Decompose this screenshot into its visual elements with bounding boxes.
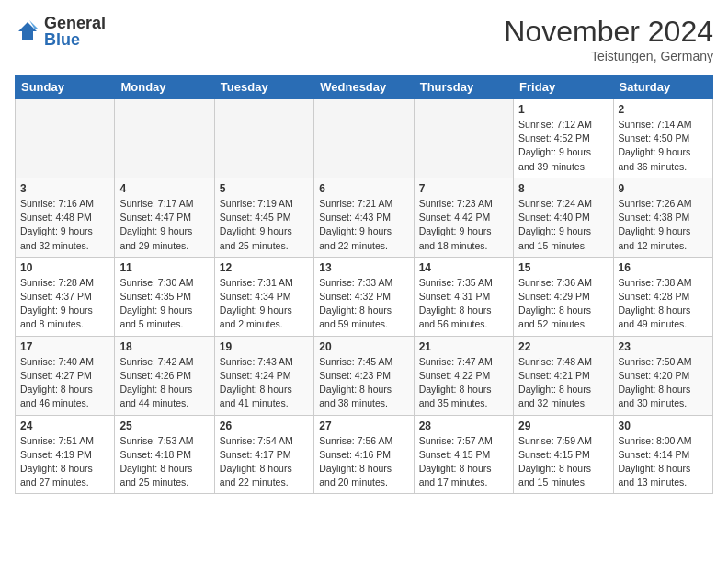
calendar-cell: 26Sunrise: 7:54 AM Sunset: 4:17 PM Dayli…: [214, 415, 313, 494]
day-info: Sunrise: 7:23 AM Sunset: 4:42 PM Dayligh…: [419, 197, 508, 253]
day-info: Sunrise: 7:14 AM Sunset: 4:50 PM Dayligh…: [619, 118, 708, 174]
day-info: Sunrise: 7:43 AM Sunset: 4:24 PM Dayligh…: [220, 355, 309, 411]
calendar-cell: 27Sunrise: 7:56 AM Sunset: 4:16 PM Dayli…: [314, 415, 414, 494]
day-number: 30: [619, 419, 708, 432]
day-info: Sunrise: 7:30 AM Sunset: 4:35 PM Dayligh…: [119, 276, 209, 332]
day-info: Sunrise: 7:54 AM Sunset: 4:17 PM Dayligh…: [220, 434, 309, 490]
week-row-3: 10Sunrise: 7:28 AM Sunset: 4:37 PM Dayli…: [16, 257, 713, 336]
day-number: 29: [518, 419, 608, 432]
day-info: Sunrise: 7:31 AM Sunset: 4:34 PM Dayligh…: [220, 276, 309, 332]
week-row-5: 24Sunrise: 7:51 AM Sunset: 4:19 PM Dayli…: [16, 415, 713, 494]
calendar-cell: [414, 99, 513, 178]
logo: General Blue: [15, 15, 106, 48]
header-row: SundayMondayTuesdayWednesdayThursdayFrid…: [16, 75, 713, 99]
day-info: Sunrise: 7:53 AM Sunset: 4:18 PM Dayligh…: [119, 434, 209, 490]
location: Teistungen, Germany: [504, 49, 713, 63]
calendar-cell: 2Sunrise: 7:14 AM Sunset: 4:50 PM Daylig…: [613, 99, 712, 178]
calendar-cell: [16, 99, 115, 178]
day-number: 17: [20, 340, 109, 353]
calendar-cell: 19Sunrise: 7:43 AM Sunset: 4:24 PM Dayli…: [214, 336, 313, 415]
day-info: Sunrise: 7:47 AM Sunset: 4:22 PM Dayligh…: [419, 355, 508, 411]
day-number: 26: [220, 419, 309, 432]
day-number: 25: [119, 419, 209, 432]
day-info: Sunrise: 7:16 AM Sunset: 4:48 PM Dayligh…: [20, 197, 109, 253]
day-number: 5: [220, 182, 309, 195]
day-info: Sunrise: 7:56 AM Sunset: 4:16 PM Dayligh…: [319, 434, 408, 490]
day-info: Sunrise: 7:21 AM Sunset: 4:43 PM Dayligh…: [319, 197, 408, 253]
day-number: 11: [119, 261, 209, 274]
day-number: 12: [220, 261, 309, 274]
week-row-4: 17Sunrise: 7:40 AM Sunset: 4:27 PM Dayli…: [16, 336, 713, 415]
column-header-tuesday: Tuesday: [214, 75, 313, 99]
calendar-cell: 6Sunrise: 7:21 AM Sunset: 4:43 PM Daylig…: [314, 178, 414, 257]
calendar-cell: 25Sunrise: 7:53 AM Sunset: 4:18 PM Dayli…: [115, 415, 214, 494]
day-number: 6: [319, 182, 408, 195]
day-number: 4: [119, 182, 209, 195]
title-area: November 2024 Teistungen, Germany: [504, 15, 713, 63]
day-info: Sunrise: 7:38 AM Sunset: 4:28 PM Dayligh…: [619, 276, 708, 332]
day-number: 8: [518, 182, 608, 195]
calendar-cell: 20Sunrise: 7:45 AM Sunset: 4:23 PM Dayli…: [314, 336, 414, 415]
calendar-cell: 1Sunrise: 7:12 AM Sunset: 4:52 PM Daylig…: [514, 99, 613, 178]
day-info: Sunrise: 7:24 AM Sunset: 4:40 PM Dayligh…: [518, 197, 608, 253]
day-info: Sunrise: 7:51 AM Sunset: 4:19 PM Dayligh…: [20, 434, 109, 490]
day-number: 16: [619, 261, 708, 274]
calendar-cell: 17Sunrise: 7:40 AM Sunset: 4:27 PM Dayli…: [16, 336, 115, 415]
day-number: 13: [319, 261, 408, 274]
calendar-table: SundayMondayTuesdayWednesdayThursdayFrid…: [15, 75, 713, 494]
logo-text: General Blue: [44, 15, 106, 48]
day-number: 22: [518, 340, 608, 353]
logo-icon: [15, 18, 40, 44]
calendar-cell: 4Sunrise: 7:17 AM Sunset: 4:47 PM Daylig…: [115, 178, 214, 257]
calendar-cell: 8Sunrise: 7:24 AM Sunset: 4:40 PM Daylig…: [514, 178, 613, 257]
column-header-thursday: Thursday: [414, 75, 513, 99]
day-info: Sunrise: 7:45 AM Sunset: 4:23 PM Dayligh…: [319, 355, 408, 411]
day-number: 9: [619, 182, 708, 195]
calendar-cell: 9Sunrise: 7:26 AM Sunset: 4:38 PM Daylig…: [613, 178, 712, 257]
calendar-cell: 14Sunrise: 7:35 AM Sunset: 4:31 PM Dayli…: [414, 257, 513, 336]
day-number: 15: [518, 261, 608, 274]
day-number: 20: [319, 340, 408, 353]
day-info: Sunrise: 7:19 AM Sunset: 4:45 PM Dayligh…: [220, 197, 309, 253]
calendar-cell: 15Sunrise: 7:36 AM Sunset: 4:29 PM Dayli…: [514, 257, 613, 336]
calendar-cell: 30Sunrise: 8:00 AM Sunset: 4:14 PM Dayli…: [613, 415, 712, 494]
column-header-saturday: Saturday: [613, 75, 712, 99]
day-number: 2: [619, 103, 708, 116]
column-header-monday: Monday: [115, 75, 214, 99]
calendar-cell: [115, 99, 214, 178]
week-row-2: 3Sunrise: 7:16 AM Sunset: 4:48 PM Daylig…: [16, 178, 713, 257]
column-header-friday: Friday: [514, 75, 613, 99]
day-number: 1: [518, 103, 608, 116]
calendar-cell: 10Sunrise: 7:28 AM Sunset: 4:37 PM Dayli…: [16, 257, 115, 336]
day-info: Sunrise: 7:35 AM Sunset: 4:31 PM Dayligh…: [419, 276, 508, 332]
day-number: 21: [419, 340, 508, 353]
calendar-cell: 16Sunrise: 7:38 AM Sunset: 4:28 PM Dayli…: [613, 257, 712, 336]
calendar-cell: 5Sunrise: 7:19 AM Sunset: 4:45 PM Daylig…: [214, 178, 313, 257]
day-info: Sunrise: 7:33 AM Sunset: 4:32 PM Dayligh…: [319, 276, 408, 332]
day-info: Sunrise: 7:57 AM Sunset: 4:15 PM Dayligh…: [419, 434, 508, 490]
calendar-cell: 7Sunrise: 7:23 AM Sunset: 4:42 PM Daylig…: [414, 178, 513, 257]
day-number: 28: [419, 419, 508, 432]
day-number: 10: [20, 261, 109, 274]
header: General Blue November 2024 Teistungen, G…: [15, 15, 713, 63]
day-number: 24: [20, 419, 109, 432]
logo-general-text: General: [44, 15, 106, 31]
calendar-cell: 23Sunrise: 7:50 AM Sunset: 4:20 PM Dayli…: [613, 336, 712, 415]
calendar-cell: 18Sunrise: 7:42 AM Sunset: 4:26 PM Dayli…: [115, 336, 214, 415]
week-row-1: 1Sunrise: 7:12 AM Sunset: 4:52 PM Daylig…: [16, 99, 713, 178]
logo-blue-text: Blue: [44, 31, 106, 48]
day-number: 3: [20, 182, 109, 195]
month-title: November 2024: [504, 15, 713, 49]
day-info: Sunrise: 7:28 AM Sunset: 4:37 PM Dayligh…: [20, 276, 109, 332]
day-info: Sunrise: 7:26 AM Sunset: 4:38 PM Dayligh…: [619, 197, 708, 253]
calendar-cell: 24Sunrise: 7:51 AM Sunset: 4:19 PM Dayli…: [16, 415, 115, 494]
day-number: 23: [619, 340, 708, 353]
calendar-cell: 11Sunrise: 7:30 AM Sunset: 4:35 PM Dayli…: [115, 257, 214, 336]
calendar-cell: [314, 99, 414, 178]
day-info: Sunrise: 7:17 AM Sunset: 4:47 PM Dayligh…: [119, 197, 209, 253]
calendar-cell: 13Sunrise: 7:33 AM Sunset: 4:32 PM Dayli…: [314, 257, 414, 336]
day-number: 27: [319, 419, 408, 432]
column-header-sunday: Sunday: [16, 75, 115, 99]
calendar-cell: 3Sunrise: 7:16 AM Sunset: 4:48 PM Daylig…: [16, 178, 115, 257]
day-info: Sunrise: 7:59 AM Sunset: 4:15 PM Dayligh…: [518, 434, 608, 490]
